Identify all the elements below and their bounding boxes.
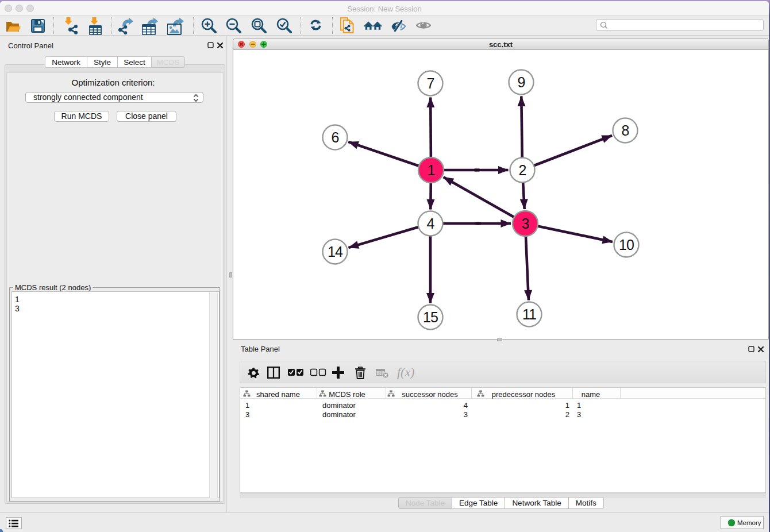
svg-text:4: 4	[427, 215, 435, 232]
svg-text:9: 9	[518, 74, 525, 90]
svg-text:8: 8	[622, 122, 629, 138]
svg-text:11: 11	[522, 306, 536, 322]
svg-text:2: 2	[519, 162, 526, 178]
svg-text:14: 14	[328, 244, 343, 260]
svg-text:7: 7	[427, 75, 434, 91]
svg-text:10: 10	[619, 237, 634, 253]
svg-text:3: 3	[522, 215, 529, 232]
svg-text:15: 15	[423, 309, 438, 325]
svg-text:6: 6	[332, 129, 339, 145]
svg-text:1: 1	[428, 162, 435, 178]
